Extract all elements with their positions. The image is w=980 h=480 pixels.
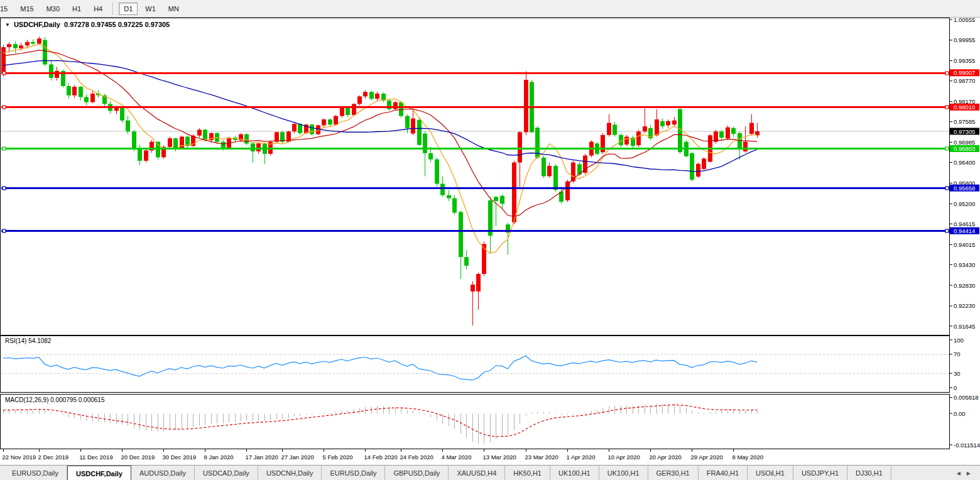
price-axis-label: 0.92230 — [954, 302, 975, 309]
hline-price-tag-text: 0.96803 — [954, 145, 975, 152]
symbol-tab-eurusd-daily[interactable]: EURUSD,Daily — [322, 466, 385, 480]
rsi-axis-label: 0 — [954, 385, 957, 391]
date-axis-label: 11 Dec 2019 — [80, 454, 113, 461]
timeframe-button-H4[interactable]: H4 — [89, 3, 107, 15]
price-axis-label: 0.98770 — [954, 77, 975, 84]
date-axis-label: 8 Jan 2020 — [204, 454, 234, 461]
price-axis-label: 0.94015 — [954, 241, 975, 248]
hline-handle[interactable] — [3, 72, 6, 75]
symbol-tab-usdcnh-daily[interactable]: USDCNH,Daily — [258, 466, 322, 480]
timeframe-button-M15[interactable]: M15 — [15, 3, 38, 15]
hline-handle[interactable] — [945, 72, 949, 75]
macd-axis-label: 0.00 — [954, 410, 966, 417]
tab-scroll-right-icon[interactable]: ▶ — [964, 471, 974, 476]
macd-axis-label: -0.011514 — [954, 442, 980, 449]
timeframe-toolbar: 15M15M30H1H4D1W1MN — [0, 0, 980, 18]
hline-handle[interactable] — [3, 147, 6, 150]
hline-price-tag-text: 0.98010 — [954, 104, 975, 111]
symbol-tab-gbpusd-daily[interactable]: GBPUSD,Daily — [385, 466, 449, 480]
hline-handle[interactable] — [945, 106, 949, 109]
timeframe-button-15[interactable]: 15 — [0, 3, 13, 15]
date-axis-label: 20 Dec 2019 — [121, 454, 155, 461]
price-axis-label: 0.99355 — [954, 57, 975, 64]
date-axis-label: 10 Apr 2020 — [608, 454, 640, 461]
timeframe-button-W1[interactable]: W1 — [140, 3, 161, 15]
date-axis-label: 14 Feb 2020 — [364, 454, 398, 461]
price-axis-label: 0.97585 — [954, 118, 975, 125]
symbol-tab-ger30-h1[interactable]: GER30,H1 — [648, 466, 699, 480]
price-axis-label: 0.92830 — [954, 282, 975, 289]
tab-scroll-left-icon[interactable]: ◀ — [954, 471, 964, 476]
symbol-tab-hk50-h1[interactable]: HK50,H1 — [505, 466, 550, 480]
timeframe-button-MN[interactable]: MN — [163, 3, 184, 15]
symbol-tabbar: EURUSD,DailyUSDCHF,DailyAUDUSD,DailyUSDC… — [0, 465, 980, 480]
date-axis-label: 4 Mar 2020 — [442, 454, 472, 461]
hline-price-tag-text: 0.95658 — [954, 185, 975, 192]
rsi-axis-label: 70 — [954, 351, 961, 357]
symbol-tab-uk100-h1[interactable]: UK100,H1 — [599, 466, 648, 480]
rsi-axis-label: 30 — [954, 370, 961, 377]
price-axis-label: 0.91645 — [954, 323, 975, 330]
price-axis-label: 0.96400 — [954, 159, 975, 166]
chart-svg[interactable]: 1.005550.999550.993550.987700.981700.975… — [0, 18, 980, 464]
date-axis-label: 17 Jan 2020 — [246, 454, 278, 461]
timeframe-button-D1[interactable]: D1 — [119, 3, 138, 15]
price-axis-label: 0.95200 — [954, 200, 975, 207]
hline-price-tag-text: 0.94414 — [954, 227, 975, 234]
macd-panel[interactable] — [1, 395, 950, 449]
date-axis-label: 27 Jan 2020 — [281, 454, 314, 461]
symbol-tab-usdjpy-h1[interactable]: USDJPY,H1 — [793, 466, 847, 480]
hline-handle[interactable] — [945, 229, 949, 232]
price-axis-label: 0.93430 — [954, 261, 975, 268]
hline-handle[interactable] — [3, 187, 6, 190]
symbol-tab-fra40-h1[interactable]: FRA40,H1 — [699, 466, 748, 480]
hline-handle[interactable] — [3, 106, 6, 109]
price-axis-label: 0.94615 — [954, 221, 975, 227]
rsi-axis-label: 100 — [954, 337, 964, 344]
symbol-tab-usdcad-daily[interactable]: USDCAD,Daily — [195, 466, 258, 480]
date-axis-label: 29 Apr 2020 — [691, 454, 723, 461]
timeframe-button-H1[interactable]: H1 — [67, 3, 86, 15]
price-axis-label: 0.99955 — [954, 36, 975, 43]
symbol-tab-usdchf-daily[interactable]: USDCHF,Daily — [67, 466, 131, 480]
date-axis-label: 22 Nov 2019 — [3, 454, 36, 461]
symbol-tab-xauusd-h4[interactable]: XAUUSD,H4 — [449, 466, 505, 480]
hline-price-tag-text: 0.99007 — [954, 69, 975, 76]
current-price-tag-text: 0.97305 — [954, 128, 975, 135]
trading-app-window: 15M15M30H1H4D1W1MN 1.005550.999550.99355… — [0, 0, 980, 480]
symbol-tab-audusd-daily[interactable]: AUDUSD,Daily — [131, 466, 195, 480]
macd-axis-label: 0.005818 — [954, 394, 979, 401]
hline-handle[interactable] — [945, 147, 949, 150]
date-axis-label: 2 Dec 2019 — [38, 454, 69, 461]
symbol-tab-uk100-h1[interactable]: UK100,H1 — [550, 466, 599, 480]
date-axis-label: 30 Dec 2019 — [163, 454, 197, 461]
date-axis-label: 8 May 2020 — [732, 454, 764, 461]
timeframe-button-M30[interactable]: M30 — [41, 3, 65, 15]
rsi-panel[interactable] — [1, 336, 950, 393]
date-axis-label: 1 Apr 2020 — [567, 454, 596, 461]
toolbar-separator — [112, 3, 114, 15]
symbol-tab-usoil-h1[interactable]: USOil,H1 — [748, 466, 793, 480]
date-axis-label: 20 Apr 2020 — [650, 454, 682, 461]
date-axis-label: 13 Mar 2020 — [483, 454, 516, 461]
symbol-tab-dj30-h1[interactable]: DJ30,H1 — [847, 466, 891, 480]
price-axis-label: 1.00555 — [954, 18, 975, 23]
date-axis-label: 23 Mar 2020 — [525, 454, 558, 461]
date-axis-label: 24 Feb 2020 — [400, 454, 433, 461]
hline-handle[interactable] — [945, 187, 949, 190]
hline-handle[interactable] — [3, 229, 6, 232]
date-axis-label: 5 Feb 2020 — [323, 454, 353, 461]
symbol-tab-eurusd-daily[interactable]: EURUSD,Daily — [4, 466, 67, 480]
